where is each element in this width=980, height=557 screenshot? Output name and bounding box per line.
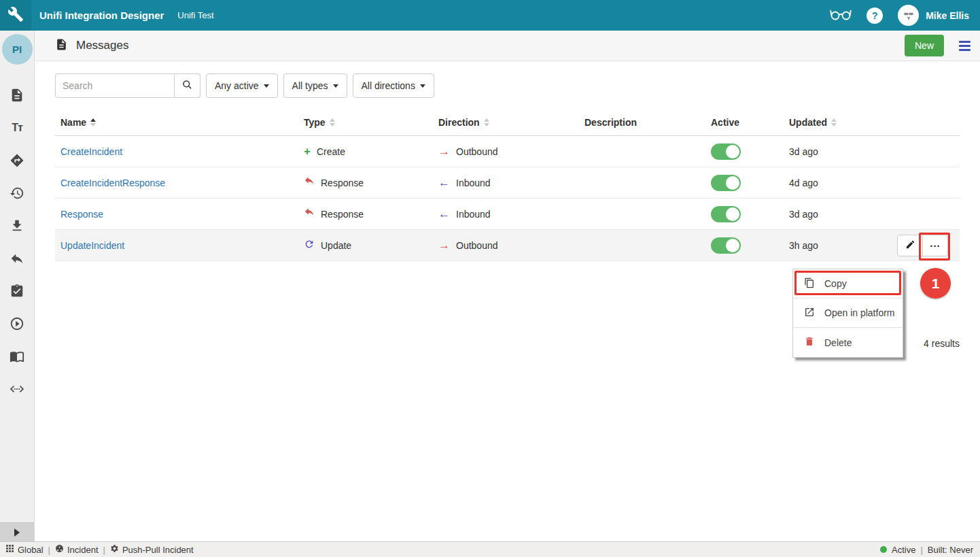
text-fields-icon[interactable]: Tᴛ (10, 120, 24, 135)
annotation-step-badge: 1 (920, 268, 951, 299)
chevron-down-icon (264, 84, 269, 88)
direction-filter-label: All directions (362, 80, 415, 91)
active-toggle[interactable] (711, 175, 741, 191)
chevron-down-icon (333, 84, 338, 88)
context-menu-open-in-platform[interactable]: Open in platform (793, 299, 903, 328)
question-mark-icon: ? (872, 10, 878, 21)
filter-toolbar: Any active All types All directions (55, 73, 960, 98)
results-count: 4 results (924, 338, 960, 349)
grid-icon (5, 544, 14, 555)
app-window: Unifi Integration Designer Unifi Test ? … (0, 0, 980, 557)
copy-icon (804, 277, 815, 290)
reply-icon (304, 207, 315, 220)
search-button[interactable] (175, 73, 200, 98)
message-name-link[interactable]: Response (60, 209, 103, 220)
document-icon[interactable] (10, 88, 24, 103)
play-circle-icon[interactable] (10, 316, 24, 331)
arrow-right-icon: → (438, 241, 450, 250)
message-name-link[interactable]: CreateIncident (60, 146, 122, 157)
context-menu-delete[interactable]: Delete (793, 328, 903, 357)
active-filter-dropdown[interactable]: Any active (206, 73, 278, 98)
history-icon[interactable] (10, 186, 24, 201)
edit-button[interactable] (897, 235, 923, 256)
reply-icon (304, 176, 315, 189)
help-button[interactable]: ? (867, 7, 883, 24)
page-title: Messages (76, 39, 128, 52)
pencil-icon (905, 239, 915, 252)
column-header-active: Active (705, 117, 784, 128)
user-avatar[interactable] (898, 5, 919, 26)
message-name-link[interactable]: CreateIncidentResponse (60, 178, 165, 188)
active-filter-label: Any active (215, 80, 259, 91)
table-row: Response Response ←Inbound 3d ago (55, 199, 960, 230)
direction-filter-dropdown[interactable]: All directions (353, 73, 434, 98)
updated-cell: 4d ago (784, 178, 890, 188)
message-name-link[interactable]: UpdateIncident (60, 240, 124, 251)
scope-item[interactable]: Global (5, 544, 43, 555)
app-title: Unifi Integration Designer (39, 10, 164, 21)
column-header-direction[interactable]: Direction (433, 117, 579, 128)
glasses-icon[interactable] (830, 7, 852, 24)
menu-icon[interactable] (959, 41, 970, 51)
top-bar: Unifi Integration Designer Unifi Test ? … (0, 0, 980, 31)
row-actions: ... (897, 235, 948, 256)
plus-icon: + (304, 147, 311, 156)
chevron-down-icon (420, 84, 425, 88)
user-name[interactable]: Mike Ellis (926, 10, 969, 21)
status-bar: Global | Incident | Push-Pull Incident A… (0, 541, 980, 557)
active-toggle[interactable] (711, 237, 741, 254)
trash-icon (804, 336, 815, 349)
type-filter-label: All types (292, 80, 328, 91)
expand-arrow-icon (14, 528, 20, 537)
active-toggle[interactable] (711, 144, 741, 160)
status-label: Active (892, 545, 915, 555)
separator: | (920, 545, 922, 555)
active-toggle[interactable] (711, 206, 741, 222)
book-icon[interactable] (10, 349, 24, 364)
main-panel: Messages New Any ac (35, 31, 980, 541)
column-header-type[interactable]: Type (298, 117, 433, 128)
messages-doc-icon (55, 38, 68, 54)
table-row: CreateIncidentResponse Response ←Inbound… (55, 167, 960, 199)
column-header-description: Description (579, 117, 705, 128)
column-header-name[interactable]: Name (55, 117, 298, 128)
separator: | (48, 545, 50, 555)
integration-avatar[interactable]: PI (2, 34, 33, 65)
sort-icon (484, 118, 489, 126)
wrench-icon (7, 6, 24, 25)
code-icon[interactable] (10, 382, 24, 396)
integration-item[interactable]: Incident (55, 544, 99, 555)
sort-icon (330, 118, 335, 126)
page-header: Messages New (35, 31, 980, 61)
table-row: CreateIncident +Create →Outbound 3d ago (55, 136, 960, 167)
environment-label: Unifi Test (177, 10, 213, 20)
app-logo (0, 0, 31, 31)
refresh-icon (304, 239, 315, 252)
type-filter-dropdown[interactable]: All types (283, 73, 347, 98)
updated-cell: 3d ago (784, 209, 890, 220)
arrow-left-icon: ← (438, 178, 450, 188)
context-menu-copy[interactable]: Copy (793, 269, 903, 299)
new-button[interactable]: New (905, 35, 944, 56)
incident-icon (55, 544, 64, 555)
table-header-row: Name Type Direction Description (55, 109, 960, 136)
sort-icon (831, 118, 837, 126)
reply-icon[interactable] (10, 251, 24, 266)
process-item[interactable]: Push-Pull Incident (110, 544, 194, 555)
status-active-icon (880, 546, 887, 553)
built-label: Built: Never (928, 545, 973, 555)
directions-icon[interactable] (10, 153, 24, 168)
messages-table: Name Type Direction Description (55, 109, 960, 261)
table-row: UpdateIncident Update →Outbound 3h ago .… (55, 230, 960, 261)
external-link-icon (804, 307, 815, 320)
gear-icon (110, 544, 119, 555)
column-header-updated[interactable]: Updated (784, 117, 890, 128)
search-icon (182, 80, 192, 92)
search-input[interactable] (55, 73, 175, 98)
clipboard-check-icon[interactable] (10, 284, 24, 299)
more-actions-button[interactable]: ... (922, 235, 948, 256)
sidebar-expand-button[interactable] (0, 522, 34, 541)
updated-cell: 3h ago (784, 240, 890, 251)
arrow-left-icon: ← (438, 209, 450, 219)
download-icon[interactable] (10, 218, 24, 233)
